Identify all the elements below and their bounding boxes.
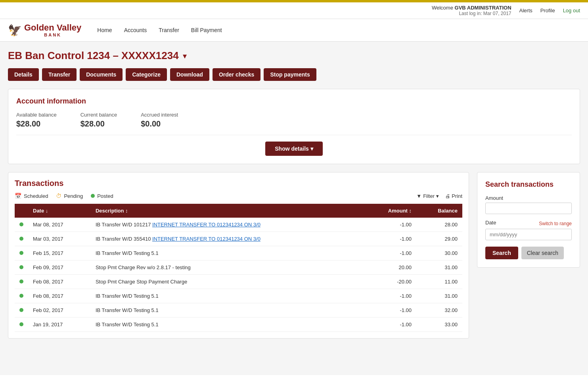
calendar-icon: 📅 — [15, 193, 21, 199]
balance-row: Available balance $28.00 Current balance… — [16, 112, 572, 135]
filter-button[interactable]: ▼ Filter ▾ — [416, 193, 439, 199]
logo-text: Golden Valley BANK — [24, 23, 81, 37]
date-label-row: Date Switch to range — [485, 220, 572, 227]
current-balance: Current balance $28.00 — [80, 112, 117, 128]
logo-nav: 🦅 Golden Valley BANK Home Accounts Trans… — [0, 19, 588, 42]
categorize-button[interactable]: Categorize — [126, 68, 167, 81]
page-content: EB Ban Control 1234 – XXXXX1234 ▾ Detail… — [0, 42, 588, 375]
date-cell: Feb 09, 2017 — [28, 260, 91, 275]
amount-cell: 20.00 — [364, 260, 416, 275]
legend-scheduled: 📅 Scheduled — [15, 193, 48, 199]
transfer-button[interactable]: Transfer — [42, 68, 77, 81]
amount-cell: -1.00 — [364, 218, 416, 232]
account-info-title: Account information — [16, 97, 572, 105]
date-form-group: Date Switch to range — [485, 220, 572, 240]
transactions-main: Transactions 📅 Scheduled ⏱ Pending Poste… — [8, 172, 469, 339]
amount-cell: -1.00 — [364, 318, 416, 332]
status-indicator — [19, 322, 23, 326]
logo-icon: 🦅 — [8, 24, 22, 37]
table-row: Feb 15, 2017IB Transfer W/D Testing 5.1-… — [15, 246, 462, 260]
description-cell: IB Transfer W/D Testing 5.1 — [91, 289, 365, 303]
description-cell: IB Transfer W/D 101217 INTERNET TRANSFER… — [91, 218, 365, 232]
account-header: EB Ban Control 1234 – XXXXX1234 ▾ — [8, 50, 580, 62]
logo: 🦅 Golden Valley BANK — [8, 23, 81, 37]
legend-pending: ⏱ Pending — [56, 193, 83, 199]
accrued-interest-label: Accrued interest — [141, 112, 178, 118]
transactions-tbody: Mar 08, 2017IB Transfer W/D 101217 INTER… — [15, 218, 462, 332]
status-indicator — [19, 265, 23, 269]
welcome-section: Welcome GVB ADMINISTRATION Last log in: … — [8, 5, 511, 16]
switch-range-link[interactable]: Switch to range — [539, 221, 572, 226]
stop-payments-button[interactable]: Stop payments — [264, 68, 316, 81]
status-dot-cell — [15, 260, 28, 275]
amount-label: Amount — [485, 195, 572, 201]
available-balance: Available balance $28.00 — [16, 112, 57, 128]
nav-bill-payment[interactable]: Bill Payment — [191, 25, 222, 35]
transactions-title: Transactions — [15, 179, 462, 188]
alerts-link[interactable]: Alerts — [519, 8, 532, 13]
table-row: Feb 02, 2017IB Transfer W/D Testing 5.1-… — [15, 303, 462, 318]
nav-transfer[interactable]: Transfer — [159, 25, 179, 35]
description-cell: IB Transfer W/D 355410 INTERNET TRANSFER… — [91, 232, 365, 246]
amount-input[interactable] — [485, 203, 572, 214]
table-row: Mar 03, 2017IB Transfer W/D 355410 INTER… — [15, 232, 462, 246]
available-balance-label: Available balance — [16, 112, 57, 118]
table-row: Feb 08, 2017IB Transfer W/D Testing 5.1-… — [15, 289, 462, 303]
documents-button[interactable]: Documents — [80, 68, 123, 81]
date-label: Date — [485, 220, 496, 226]
username: GVB ADMINISTRATION — [455, 5, 511, 11]
date-col-header[interactable]: Date ↓ — [28, 204, 91, 218]
print-button[interactable]: 🖨 Print — [445, 193, 462, 199]
account-title: EB Ban Control 1234 – XXXXX1234 — [8, 50, 179, 62]
status-indicator — [19, 308, 23, 312]
nav-home[interactable]: Home — [97, 25, 112, 35]
status-dot-cell — [15, 218, 28, 232]
amount-cell: -1.00 — [364, 289, 416, 303]
clock-icon: ⏱ — [56, 193, 61, 199]
main-nav: Home Accounts Transfer Bill Payment — [97, 25, 222, 35]
last-login: Last log in: Mar 07, 2017 — [8, 11, 511, 16]
status-dot-cell — [15, 232, 28, 246]
download-button[interactable]: Download — [170, 68, 209, 81]
legend-posted: Posted — [91, 193, 113, 199]
status-indicator — [19, 280, 23, 283]
show-details-button[interactable]: Show details ▾ — [265, 142, 322, 156]
logout-link[interactable]: Log out — [563, 8, 580, 13]
balance-cell: 29.00 — [416, 232, 462, 246]
status-indicator — [19, 237, 23, 241]
balance-cell: 32.00 — [416, 303, 462, 318]
status-col-header — [15, 204, 28, 218]
description-cell: IB Transfer W/D Testing 5.1 — [91, 246, 365, 260]
description-col-header[interactable]: Description ↕ — [91, 204, 365, 218]
posted-dot — [91, 194, 95, 198]
table-row: Mar 08, 2017IB Transfer W/D 101217 INTER… — [15, 218, 462, 232]
nav-accounts[interactable]: Accounts — [124, 25, 147, 35]
order-checks-button[interactable]: Order checks — [213, 68, 261, 81]
account-dropdown-icon[interactable]: ▾ — [183, 51, 187, 61]
welcome-label: Welcome GVB ADMINISTRATION — [432, 5, 511, 11]
date-input[interactable] — [485, 229, 572, 240]
details-button[interactable]: Details — [8, 68, 39, 81]
date-cell: Feb 15, 2017 — [28, 246, 91, 260]
search-buttons: Search Clear search — [485, 247, 572, 259]
description-link[interactable]: INTERNET TRANSFER TO 012341234 ON 3/0 — [152, 222, 260, 228]
balance-cell: 33.00 — [416, 318, 462, 332]
profile-link[interactable]: Profile — [540, 8, 555, 13]
status-indicator — [19, 251, 23, 255]
description-link[interactable]: INTERNET TRANSFER TO 012341234 ON 3/0 — [152, 236, 260, 242]
status-indicator — [19, 294, 23, 298]
date-cell: Feb 08, 2017 — [28, 275, 91, 289]
posted-label: Posted — [97, 193, 113, 199]
date-cell: Jan 19, 2017 — [28, 318, 91, 332]
legend-bar: 📅 Scheduled ⏱ Pending Posted ▼ Filter ▾ — [15, 193, 462, 199]
clear-search-button[interactable]: Clear search — [521, 247, 564, 259]
search-button[interactable]: Search — [485, 247, 518, 259]
amount-cell: -1.00 — [364, 303, 416, 318]
balance-cell: 30.00 — [416, 246, 462, 260]
date-cell: Feb 08, 2017 — [28, 289, 91, 303]
amount-col-header[interactable]: Amount ↕ — [364, 204, 416, 218]
status-dot-cell — [15, 303, 28, 318]
amount-cell: -1.00 — [364, 232, 416, 246]
balance-cell: 11.00 — [416, 275, 462, 289]
search-panel-title: Search transactions — [485, 180, 572, 189]
